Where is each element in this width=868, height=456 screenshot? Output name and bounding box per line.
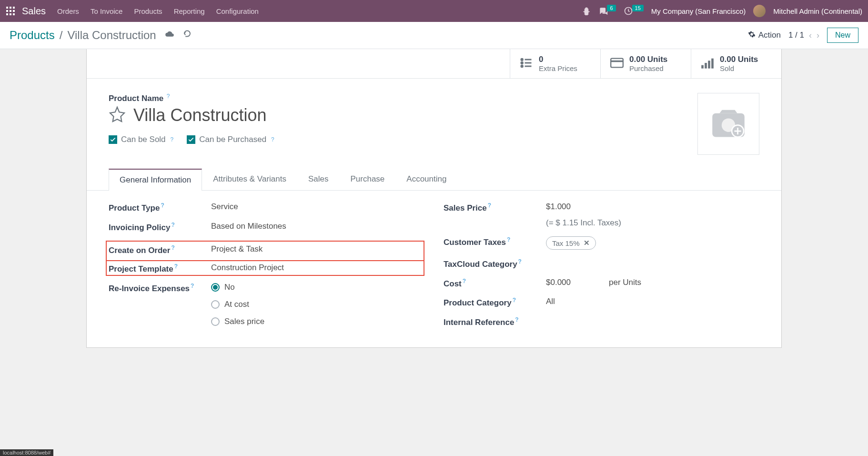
product-name-label: Product Name xyxy=(109,94,163,103)
help-icon[interactable]: ? xyxy=(518,258,522,265)
debug-icon[interactable] xyxy=(582,7,591,15)
svg-rect-18 xyxy=(701,65,704,68)
can-be-sold-label: Can be Sold xyxy=(121,135,166,144)
bars-icon xyxy=(701,57,714,71)
radio-no[interactable]: No xyxy=(211,283,424,292)
breadcrumb: Products / Villa Construction xyxy=(10,29,192,42)
svg-point-14 xyxy=(521,65,523,67)
nav-brand[interactable]: Sales xyxy=(22,6,46,17)
invoicing-policy-value[interactable]: Based on Milestones xyxy=(211,222,424,231)
sales-price-value[interactable]: $1.000 xyxy=(546,202,759,212)
stat-value: 0 xyxy=(539,55,577,64)
product-type-value[interactable]: Service xyxy=(211,202,424,212)
activity-icon[interactable]: 15 xyxy=(624,6,644,16)
nav-item-orders[interactable]: Orders xyxy=(57,7,79,15)
stat-label: Extra Prices xyxy=(539,64,577,72)
svg-rect-1 xyxy=(10,7,11,9)
can-be-sold-checkbox[interactable] xyxy=(109,135,117,144)
svg-rect-6 xyxy=(6,13,8,15)
radio-label: At cost xyxy=(224,300,249,309)
nav-right: 6 15 My Company (San Francisco) Mitchell… xyxy=(582,5,862,17)
stat-extra-prices[interactable]: 0 Extra Prices xyxy=(510,49,600,78)
top-nav: Sales Orders To Invoice Products Reporti… xyxy=(0,0,868,22)
project-template-value[interactable]: Construction Project xyxy=(211,263,422,273)
create-on-order-value[interactable]: Project & Task xyxy=(211,244,422,254)
right-column: Sales Price? $1.000 (= $ 1.15 Incl. Taxe… xyxy=(444,202,759,336)
help-icon[interactable]: ? xyxy=(488,202,491,209)
svg-point-10 xyxy=(521,59,523,61)
help-icon[interactable]: ? xyxy=(171,222,174,228)
tax-tag[interactable]: Tax 15% ✕ xyxy=(546,236,596,250)
help-icon[interactable]: ? xyxy=(513,297,516,304)
sales-price-incl: (= $ 1.15 Incl. Taxes) xyxy=(546,218,759,228)
help-icon[interactable]: ? xyxy=(507,236,510,243)
help-icon[interactable]: ? xyxy=(271,136,274,143)
nav-item-configuration[interactable]: Configuration xyxy=(216,7,259,15)
cloud-save-icon[interactable] xyxy=(165,30,174,41)
svg-rect-21 xyxy=(711,58,714,68)
svg-rect-0 xyxy=(6,7,8,9)
help-icon[interactable]: ? xyxy=(171,136,174,143)
company-switcher[interactable]: My Company (San Francisco) xyxy=(651,7,746,15)
help-icon[interactable]: ? xyxy=(463,278,466,284)
svg-rect-16 xyxy=(611,58,623,67)
action-button[interactable]: Action xyxy=(748,30,781,41)
help-icon[interactable]: ? xyxy=(161,202,164,209)
gear-icon xyxy=(748,30,756,41)
svg-rect-4 xyxy=(10,10,11,12)
pager: 1 / 1 ‹ › xyxy=(788,30,819,41)
svg-rect-8 xyxy=(13,13,15,15)
product-title[interactable]: Villa Construction xyxy=(133,105,266,125)
radio-sales-price[interactable]: Sales price xyxy=(211,317,424,326)
apps-icon[interactable] xyxy=(6,6,15,16)
nav-item-to-invoice[interactable]: To Invoice xyxy=(91,7,123,15)
list-icon xyxy=(520,56,533,71)
title-area: Product Name ? Villa Construction Can be… xyxy=(87,79,781,160)
tag-remove-icon[interactable]: ✕ xyxy=(584,239,590,247)
product-type-label: Product Type xyxy=(109,203,160,213)
breadcrumb-root[interactable]: Products xyxy=(10,29,55,42)
svg-rect-20 xyxy=(708,61,710,68)
stat-purchased[interactable]: 0.00 Units Purchased xyxy=(600,49,691,78)
can-be-purchased-checkbox[interactable] xyxy=(187,135,195,144)
favorite-star-icon[interactable] xyxy=(109,106,126,125)
help-icon[interactable]: ? xyxy=(191,283,194,289)
nav-item-products[interactable]: Products xyxy=(134,7,162,15)
tax-tag-label: Tax 15% xyxy=(552,239,580,247)
tab-sales[interactable]: Sales xyxy=(297,168,340,190)
help-icon[interactable]: ? xyxy=(174,263,178,270)
breadcrumb-bar: Products / Villa Construction Action 1 /… xyxy=(0,22,868,49)
customer-taxes-label: Customer Taxes xyxy=(444,238,506,247)
avatar[interactable] xyxy=(753,5,766,17)
radio-at-cost[interactable]: At cost xyxy=(211,300,424,309)
user-menu[interactable]: Mitchell Admin (Continental) xyxy=(773,7,862,15)
product-image-placeholder[interactable] xyxy=(697,93,759,155)
help-icon[interactable]: ? xyxy=(515,316,518,323)
tab-purchase[interactable]: Purchase xyxy=(339,168,395,190)
internal-ref-label: Internal Reference xyxy=(444,318,514,327)
nav-item-reporting[interactable]: Reporting xyxy=(174,7,205,15)
chat-badge: 6 xyxy=(607,5,616,11)
pager-next-icon[interactable]: › xyxy=(817,30,819,41)
tab-general-information[interactable]: General Information xyxy=(109,169,202,191)
tabs: General Information Attributes & Variant… xyxy=(87,168,781,191)
help-icon[interactable]: ? xyxy=(171,244,174,251)
breadcrumb-current: Villa Construction xyxy=(67,29,156,42)
cost-value[interactable]: $0.000 xyxy=(546,278,571,287)
project-template-label: Project Template xyxy=(109,264,173,274)
tab-attributes-variants[interactable]: Attributes & Variants xyxy=(202,168,297,190)
pager-prev-icon[interactable]: ‹ xyxy=(809,30,812,41)
stat-sold[interactable]: 0.00 Units Sold xyxy=(691,49,781,78)
invoicing-policy-label: Invoicing Policy xyxy=(109,223,170,232)
help-icon[interactable]: ? xyxy=(167,93,170,100)
chat-icon[interactable]: 6 xyxy=(598,6,616,16)
create-on-order-label: Create on Order xyxy=(109,246,170,255)
discard-icon[interactable] xyxy=(183,30,192,41)
cost-label: Cost xyxy=(444,279,462,288)
product-category-value[interactable]: All xyxy=(546,297,759,306)
new-button[interactable]: New xyxy=(827,28,858,43)
svg-rect-5 xyxy=(13,10,15,12)
nav-menu: Orders To Invoice Products Reporting Con… xyxy=(57,7,582,15)
product-category-label: Product Category xyxy=(444,298,512,307)
tab-accounting[interactable]: Accounting xyxy=(395,168,457,190)
